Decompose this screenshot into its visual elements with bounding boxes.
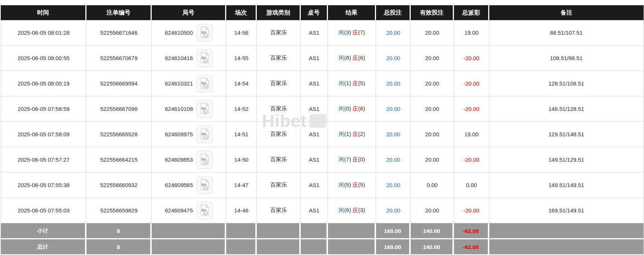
bet-number-cell: 522556660932 bbox=[86, 172, 152, 198]
round-number-cell: 624610321 bbox=[152, 71, 226, 96]
table-number-cell: AS1 bbox=[301, 147, 328, 172]
video-replay-button[interactable] bbox=[196, 176, 213, 194]
total-bet-cell: 20.00 bbox=[376, 96, 411, 122]
payout-cell: -20.00 bbox=[454, 198, 489, 223]
total-bet-cell: 20.00 bbox=[376, 147, 411, 172]
round-number-cell: 624610416 bbox=[152, 46, 226, 71]
total-valid-bet: 140.00 bbox=[411, 238, 454, 254]
video-file-icon bbox=[199, 179, 209, 192]
valid-bet-cell: 0.00 bbox=[411, 172, 454, 198]
total-bet-cell: 20.00 bbox=[376, 172, 411, 198]
table-number-cell: AS1 bbox=[301, 198, 328, 223]
banker-result-label: 庄 bbox=[353, 29, 358, 35]
session-cell: 14-54 bbox=[226, 71, 257, 96]
player-result-label: 闲 bbox=[339, 105, 344, 112]
player-result-label: 闲 bbox=[339, 55, 344, 61]
video-replay-button[interactable] bbox=[196, 75, 213, 93]
round-number-cell: 624609475 bbox=[152, 198, 226, 223]
remark-cell: 88.51/107.51 bbox=[489, 20, 644, 46]
total-bet-cell: 20.00 bbox=[376, 198, 411, 223]
column-header: 结果 bbox=[328, 5, 376, 20]
table-row: 2025-06-05 07:55:03 522556659829 6246094… bbox=[1, 198, 644, 223]
column-header: 时间 bbox=[1, 5, 86, 20]
session-cell: 14-52 bbox=[226, 96, 257, 122]
valid-bet-cell: 20.00 bbox=[411, 122, 454, 147]
player-result-label: 闲 bbox=[339, 131, 344, 137]
column-header: 注单编号 bbox=[86, 5, 152, 20]
empty-cell bbox=[226, 238, 257, 254]
remark-cell: 148.51/128.51 bbox=[489, 96, 644, 122]
bet-number-cell: 522556665528 bbox=[86, 122, 152, 147]
result-cell: 闲(3) 庄(7) bbox=[328, 20, 376, 46]
banker-result-score: (3) bbox=[358, 207, 365, 213]
time-cell: 2025-06-05 07:55:38 bbox=[1, 172, 86, 198]
video-replay-button[interactable] bbox=[196, 125, 213, 143]
subtotal-remark bbox=[489, 223, 644, 238]
round-number-cell: 624609975 bbox=[152, 122, 226, 147]
video-replay-button[interactable] bbox=[196, 49, 213, 67]
remark-cell: 149.51/129.51 bbox=[489, 147, 644, 172]
table-row: 2025-06-05 07:55:38 522556660932 6246095… bbox=[1, 172, 644, 198]
round-number-cell: 624609565 bbox=[152, 172, 226, 198]
banker-result-label: 庄 bbox=[353, 131, 358, 137]
payout-cell: 19.00 bbox=[454, 20, 489, 46]
total-label: 总计 bbox=[1, 238, 86, 254]
round-number: 624609475 bbox=[165, 207, 193, 214]
player-result-label: 闲 bbox=[339, 207, 344, 213]
total-bet-cell: 20.00 bbox=[376, 20, 411, 46]
result-cell: 闲(8) 庄(6) bbox=[328, 46, 376, 71]
video-file-icon bbox=[199, 153, 209, 166]
column-header: 局号 bbox=[152, 5, 226, 20]
banker-result-label: 庄 bbox=[353, 207, 358, 213]
banker-result-score: (7) bbox=[358, 29, 365, 35]
game-type-cell: 百家乐 bbox=[257, 46, 301, 71]
remark-cell: 128.51/108.51 bbox=[489, 71, 644, 96]
player-result-label: 闲 bbox=[339, 156, 344, 162]
subtotal-total-bet: 160.00 bbox=[376, 223, 411, 238]
banker-result-score: (6) bbox=[358, 105, 365, 112]
session-cell: 14-46 bbox=[226, 198, 257, 223]
video-file-icon bbox=[199, 52, 209, 65]
remark-cell: 169.51/149.51 bbox=[489, 198, 644, 223]
player-result-score: (7) bbox=[344, 156, 351, 162]
round-number-cell: 624610108 bbox=[152, 96, 226, 122]
total-total-bet: 160.00 bbox=[376, 238, 411, 254]
video-replay-button[interactable] bbox=[196, 151, 213, 169]
round-number-cell: 624609853 bbox=[152, 147, 226, 172]
round-number-cell: 624610500 bbox=[152, 20, 226, 46]
video-replay-button[interactable] bbox=[196, 24, 213, 42]
total-bet-cell: 20.00 bbox=[376, 122, 411, 147]
table-row: 2025-06-05 07:57:27 522556664215 6246098… bbox=[1, 147, 644, 172]
table-number-cell: AS1 bbox=[301, 96, 328, 122]
remark-cell: 129.51/148.51 bbox=[489, 122, 644, 147]
valid-bet-cell: 20.00 bbox=[411, 96, 454, 122]
banker-result-score: (5) bbox=[358, 80, 365, 86]
video-file-icon bbox=[199, 128, 209, 141]
total-count: 8 bbox=[86, 238, 152, 254]
empty-cell bbox=[328, 238, 376, 254]
table-number-cell: AS1 bbox=[301, 172, 328, 198]
game-type-cell: 百家乐 bbox=[257, 147, 301, 172]
valid-bet-cell: 20.00 bbox=[411, 20, 454, 46]
game-type-cell: 百家乐 bbox=[257, 122, 301, 147]
table-number-cell: AS1 bbox=[301, 122, 328, 147]
banker-result-label: 庄 bbox=[353, 55, 358, 61]
time-cell: 2025-06-05 08:00:19 bbox=[1, 71, 86, 96]
bet-number-cell: 522556670679 bbox=[86, 46, 152, 71]
remark-cell: 108.51/88.51 bbox=[489, 46, 644, 71]
session-cell: 14-51 bbox=[226, 122, 257, 147]
video-replay-button[interactable] bbox=[196, 100, 213, 118]
round-number: 624609853 bbox=[165, 156, 193, 163]
round-number: 624609975 bbox=[165, 131, 193, 137]
valid-bet-cell: 20.00 bbox=[411, 46, 454, 71]
subtotal-row: 小计 8 160.00 140.00 -62.00 bbox=[1, 223, 644, 238]
player-result-label: 闲 bbox=[339, 29, 344, 35]
empty-cell bbox=[152, 238, 226, 254]
session-cell: 14-47 bbox=[226, 172, 257, 198]
empty-cell bbox=[328, 223, 376, 238]
column-header: 有效投注 bbox=[411, 5, 454, 20]
table-number-cell: AS1 bbox=[301, 46, 328, 71]
player-result-score: (0) bbox=[344, 105, 351, 112]
video-replay-button[interactable] bbox=[196, 202, 213, 220]
table-number-cell: AS1 bbox=[301, 71, 328, 96]
